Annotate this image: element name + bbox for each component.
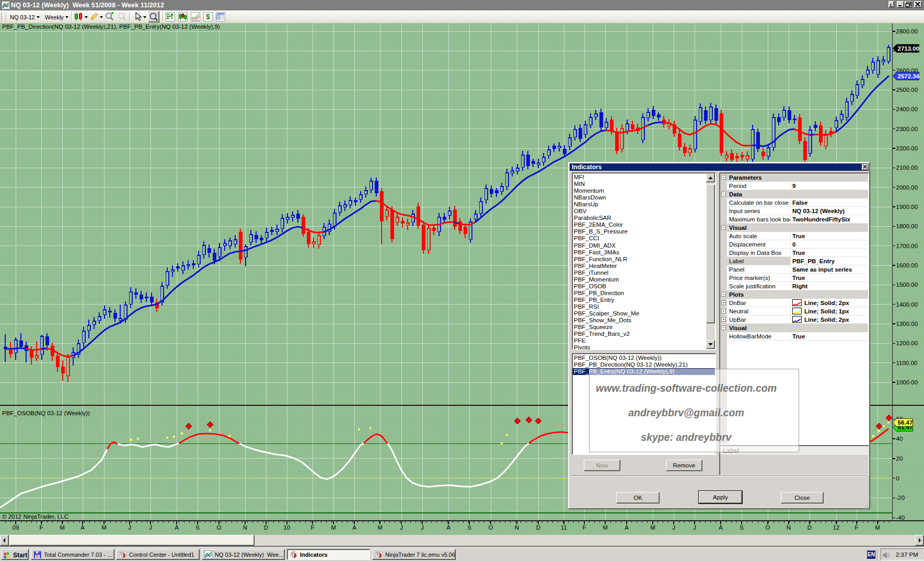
svg-text:2100.00: 2100.00 xyxy=(896,165,918,171)
svg-text:09: 09 xyxy=(13,524,19,531)
svg-text:S: S xyxy=(740,524,744,531)
svg-text:1600.00: 1600.00 xyxy=(896,262,918,268)
svg-text:M: M xyxy=(101,524,107,531)
svg-text:A: A xyxy=(719,524,723,531)
svg-text:M: M xyxy=(60,524,65,531)
svg-text:F: F xyxy=(310,524,314,531)
svg-text:N: N xyxy=(243,524,247,531)
svg-text:1200.00: 1200.00 xyxy=(896,340,918,346)
svg-text:A: A xyxy=(175,524,179,531)
svg-text:1500.00: 1500.00 xyxy=(896,282,918,288)
svg-text:0: 0 xyxy=(896,475,899,482)
svg-text:12: 12 xyxy=(833,524,840,531)
svg-text:1300.00: 1300.00 xyxy=(896,321,918,327)
svg-text:2713.00: 2713.00 xyxy=(898,45,920,52)
svg-text:2500.00: 2500.00 xyxy=(896,87,918,93)
svg-text:$: $ xyxy=(206,13,210,21)
svg-text:N: N xyxy=(515,524,519,531)
svg-text:11: 11 xyxy=(561,524,567,531)
svg-text:O: O xyxy=(766,524,770,531)
svg-text:F: F xyxy=(854,524,858,531)
svg-text:M: M xyxy=(377,524,383,531)
svg-text:© 2012 NinjaTrader, LLC: © 2012 NinjaTrader, LLC xyxy=(2,513,68,520)
svg-text:PBF_OSOB(NQ 03-12 (Weekly)): PBF_OSOB(NQ 03-12 (Weekly)) xyxy=(2,410,90,416)
svg-text:F: F xyxy=(39,524,43,531)
svg-text:1700.00: 1700.00 xyxy=(896,243,918,249)
svg-text:O: O xyxy=(217,524,222,531)
svg-text:J: J xyxy=(421,524,424,531)
svg-text:M: M xyxy=(331,524,336,531)
svg-text:2400.00: 2400.00 xyxy=(896,106,918,112)
svg-text:M: M xyxy=(650,524,655,531)
svg-text:A: A xyxy=(352,524,356,531)
svg-text:56.47: 56.47 xyxy=(898,419,913,426)
svg-text:2572.34: 2572.34 xyxy=(898,73,920,79)
svg-text:2800.00: 2800.00 xyxy=(896,28,918,34)
svg-text:PBF_PB_Direction(NQ 03-12 (Wee: PBF_PB_Direction(NQ 03-12 (Weekly),21), … xyxy=(2,24,220,30)
svg-text:N: N xyxy=(787,524,791,531)
svg-text:J: J xyxy=(149,524,152,531)
svg-text:S: S xyxy=(195,524,200,531)
svg-text:1000.00: 1000.00 xyxy=(896,379,918,385)
svg-text:2300.00: 2300.00 xyxy=(896,126,918,132)
svg-text:1800.00: 1800.00 xyxy=(896,223,918,229)
svg-text:J: J xyxy=(128,524,131,531)
svg-text:J: J xyxy=(672,524,675,531)
svg-text:A: A xyxy=(625,524,629,531)
svg-text:D: D xyxy=(807,524,812,531)
svg-text:40: 40 xyxy=(896,436,903,442)
svg-text:1100.00: 1100.00 xyxy=(896,360,918,366)
svg-text:J: J xyxy=(400,524,403,531)
svg-text:10: 10 xyxy=(284,524,291,531)
svg-text:2200.00: 2200.00 xyxy=(896,145,918,151)
svg-text:O: O xyxy=(489,524,493,531)
svg-text:J: J xyxy=(693,524,696,531)
svg-text:S: S xyxy=(467,524,471,531)
svg-text:M: M xyxy=(603,524,608,531)
svg-text:-40: -40 xyxy=(896,514,905,521)
svg-text:-20: -20 xyxy=(896,495,905,501)
svg-text:A: A xyxy=(446,524,451,531)
svg-text:A: A xyxy=(80,524,85,531)
svg-text:F: F xyxy=(582,524,586,531)
svg-text:2000.00: 2000.00 xyxy=(896,184,918,191)
svg-text:1900.00: 1900.00 xyxy=(896,204,918,210)
svg-text:20: 20 xyxy=(896,455,903,462)
svg-text:M: M xyxy=(875,524,880,531)
svg-text:D: D xyxy=(264,524,268,531)
svg-text:D: D xyxy=(536,524,540,531)
svg-text:1400.00: 1400.00 xyxy=(896,301,918,308)
